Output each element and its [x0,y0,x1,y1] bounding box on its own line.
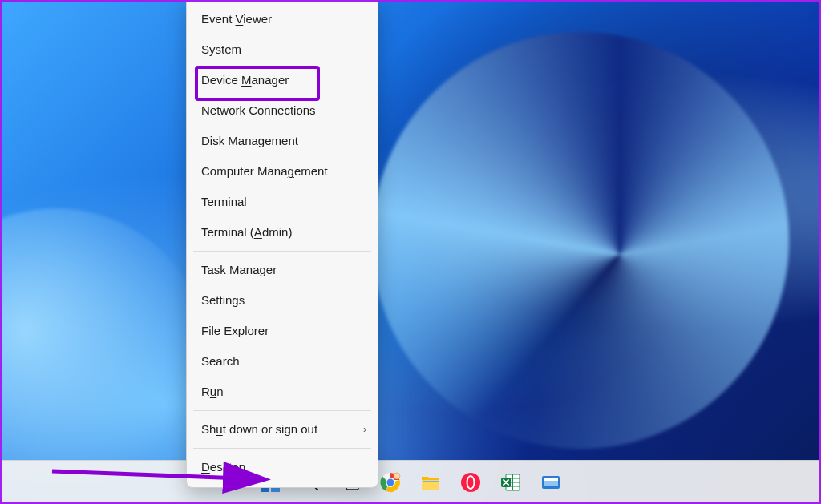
menu-item-label: Desktop [201,460,245,474]
excel-icon [500,472,521,493]
menu-item-desktop[interactable]: Desktop [187,452,378,482]
svg-point-16 [468,477,474,488]
chevron-right-icon: › [363,421,366,437]
file-explorer-icon [420,472,441,493]
menu-item-search[interactable]: Search [187,346,378,377]
app-icon [540,472,561,493]
menu-separator [193,410,371,411]
menu-separator [193,251,371,252]
taskbar-file-explorer-button[interactable] [414,466,447,499]
menu-item-label: Disk Management [201,134,298,147]
menu-item-file-explorer[interactable]: File Explorer [187,316,378,346]
menu-item-label: Device Manager [201,73,289,87]
taskbar-opera-button[interactable] [454,466,487,499]
menu-item-label: Terminal [201,195,247,208]
desktop-wallpaper [0,0,821,504]
menu-item-label: System [201,42,241,56]
menu-item-label: Terminal (Admin) [201,225,292,239]
svg-rect-13 [423,481,439,482]
menu-item-computer-management[interactable]: Computer Management [187,156,378,187]
menu-item-terminal[interactable]: Terminal [187,187,378,217]
menu-item-task-manager[interactable]: Task Manager [187,255,378,285]
winx-context-menu: Event ViewerSystemDevice ManagerNetwork … [186,0,378,488]
menu-item-label: Computer Management [201,164,328,178]
svg-point-10 [387,479,394,486]
chrome-icon [380,472,401,493]
menu-item-label: Event Viewer [201,12,272,26]
menu-item-label: File Explorer [201,324,269,337]
menu-item-shut-down-or-sign-out[interactable]: Shut down or sign out› [187,414,378,445]
menu-item-system[interactable]: System [187,34,378,65]
menu-separator [193,448,371,449]
taskbar-excel-button[interactable] [494,466,528,499]
menu-item-device-manager[interactable]: Device Manager [187,65,378,95]
menu-item-settings[interactable]: Settings [187,285,378,316]
svg-rect-25 [544,478,558,481]
menu-item-label: Run [201,385,224,398]
menu-item-network-connections[interactable]: Network Connections [187,95,378,126]
taskbar-chrome-button[interactable] [374,466,407,499]
menu-item-label: Settings [201,293,245,307]
taskbar [0,460,821,504]
menu-item-run[interactable]: Run [187,377,378,407]
menu-item-event-viewer[interactable]: Event Viewer [187,4,378,34]
menu-item-terminal-admin[interactable]: Terminal (Admin) [187,217,378,248]
menu-item-label: Shut down or sign out [201,422,317,436]
menu-item-label: Search [201,354,240,368]
opera-icon [460,472,481,493]
taskbar-app-button[interactable] [534,466,568,499]
menu-item-disk-management[interactable]: Disk Management [187,126,378,156]
menu-item-label: Network Connections [201,103,316,117]
svg-point-11 [394,473,400,479]
menu-item-label: Task Manager [201,263,277,276]
